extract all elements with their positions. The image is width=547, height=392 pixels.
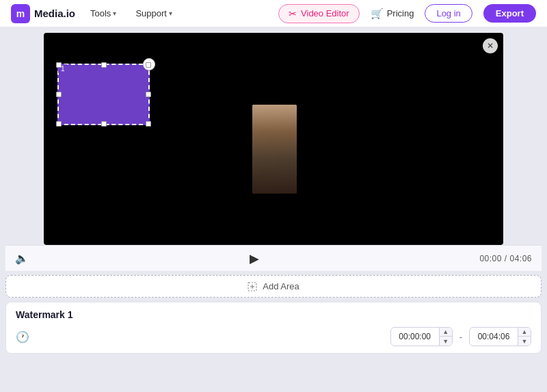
logo-text: Media.io bbox=[34, 8, 75, 19]
end-time-spinner: ▲ ▼ bbox=[518, 327, 531, 346]
scissors-icon: ✂ bbox=[289, 8, 297, 19]
cart-icon: 🛒 bbox=[371, 8, 384, 20]
logo-link[interactable]: m Media.io bbox=[11, 4, 75, 23]
watermark-overlay-box[interactable]: 1 ✕ bbox=[57, 64, 150, 125]
support-label: Support bbox=[135, 8, 167, 18]
logo-icon: m bbox=[11, 4, 30, 23]
end-time-down-button[interactable]: ▼ bbox=[518, 337, 531, 346]
resize-handle-tm[interactable] bbox=[101, 62, 107, 68]
resize-handle-tr[interactable] bbox=[146, 62, 151, 68]
start-time-input[interactable] bbox=[391, 330, 439, 343]
play-button[interactable]: ▶ bbox=[250, 251, 259, 266]
resize-handle-bm[interactable] bbox=[101, 121, 107, 127]
time-range-dash: - bbox=[458, 332, 464, 342]
export-button[interactable]: Export bbox=[483, 4, 536, 23]
pricing-label: Pricing bbox=[387, 8, 414, 18]
end-time-up-button[interactable]: ▲ bbox=[518, 327, 531, 337]
video-thumb-image bbox=[252, 105, 297, 194]
pricing-link[interactable]: 🛒 Pricing bbox=[371, 8, 414, 20]
resize-handle-ml[interactable] bbox=[56, 92, 62, 97]
resize-handle-br[interactable] bbox=[146, 121, 151, 127]
start-time-spinner: ▲ ▼ bbox=[439, 327, 452, 346]
tools-menu[interactable]: Tools ▾ bbox=[86, 5, 120, 21]
add-area-label: Add Area bbox=[263, 281, 299, 291]
support-menu[interactable]: Support ▾ bbox=[131, 5, 176, 21]
resize-handle-tl[interactable] bbox=[56, 62, 62, 68]
start-time-input-group: ▲ ▼ bbox=[390, 327, 453, 346]
tools-chevron-icon: ▾ bbox=[113, 10, 116, 17]
resize-handle-mr[interactable] bbox=[146, 92, 151, 97]
controls-bar: 🔈 ▶ 00:00 / 04:06 bbox=[5, 245, 542, 271]
main-area: ✕ 1 ✕ 🔈 ▶ 00:00 / 04:06 bbox=[0, 27, 547, 392]
time-display: 00:00 / 04:06 bbox=[479, 254, 532, 263]
start-time-down-button[interactable]: ▼ bbox=[440, 337, 452, 346]
video-thumbnail bbox=[252, 105, 297, 194]
video-editor-button[interactable]: ✂ Video Editor bbox=[278, 4, 360, 23]
end-time-input[interactable] bbox=[470, 330, 518, 343]
end-time-input-group: ▲ ▼ bbox=[469, 327, 531, 346]
add-area-button[interactable]: Add Area bbox=[5, 275, 542, 298]
video-player: ✕ 1 ✕ bbox=[44, 33, 503, 245]
video-editor-label: Video Editor bbox=[301, 8, 349, 18]
watermark-card: Watermark 1 🕐 ▲ ▼ - ▲ ▼ bbox=[5, 302, 542, 354]
watermark-card-title: Watermark 1 bbox=[16, 309, 531, 320]
close-video-button[interactable]: ✕ bbox=[483, 38, 498, 53]
start-time-up-button[interactable]: ▲ bbox=[440, 327, 452, 337]
navbar: m Media.io Tools ▾ Support ▾ ✂ Video Edi… bbox=[0, 0, 547, 27]
volume-icon[interactable]: 🔈 bbox=[15, 252, 29, 265]
login-button[interactable]: Log in bbox=[425, 4, 472, 23]
clock-icon: 🕐 bbox=[16, 330, 29, 343]
tools-label: Tools bbox=[90, 8, 111, 18]
support-chevron-icon: ▾ bbox=[169, 10, 172, 17]
add-area-icon bbox=[248, 282, 257, 291]
resize-handle-bl[interactable] bbox=[56, 121, 62, 127]
watermark-card-bottom: 🕐 ▲ ▼ - ▲ ▼ bbox=[16, 327, 531, 346]
